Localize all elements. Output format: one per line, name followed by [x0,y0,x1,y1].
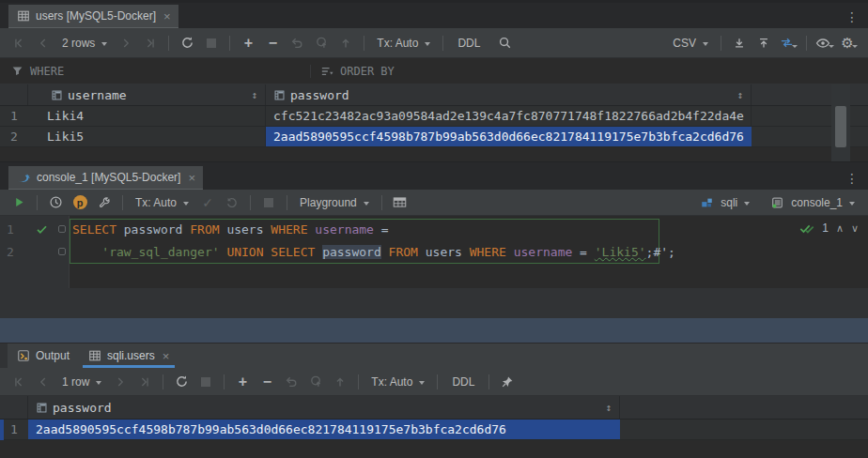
last-page-icon[interactable] [139,32,162,54]
where-filter[interactable]: WHERE [0,65,310,78]
add-row-icon[interactable]: + [231,371,254,393]
cell-username[interactable]: Liki4 [28,106,266,126]
cell-password-selected[interactable]: 2aad5890595ccf4598b787b99ab563d0d66ec821… [28,420,620,439]
previous-page-icon[interactable] [32,371,54,393]
pin-icon[interactable] [496,371,519,393]
view-options-icon[interactable] [814,32,836,54]
upload-dml-icon[interactable] [329,371,351,393]
tx-mode-dropdown[interactable]: Tx: Auto [365,375,430,389]
filter-funnel-icon [11,65,23,77]
code-line[interactable]: 'raw_sql_danger' UNION SELECT password F… [72,241,675,264]
stop-icon[interactable] [194,371,217,393]
close-icon[interactable]: × [188,171,195,185]
previous-page-icon[interactable] [32,32,54,54]
where-label: WHERE [30,65,64,78]
tx-mode-dropdown[interactable]: Tx: Auto [130,196,194,209]
line-number: 2 [7,241,20,264]
tab-users-table[interactable]: users [MySQL5-Docker] × [8,5,178,28]
chevron-down-icon [425,42,430,46]
splitter-band[interactable] [0,318,868,343]
sort-icon[interactable]: ↕ [251,89,257,101]
settings-gear-icon[interactable]: ⚙ [838,32,860,54]
cell-password[interactable]: cfc521c23482ac93a09584ad2e139c4a7fc87077… [266,106,752,126]
chevron-down-icon [364,202,369,206]
grid-filter-bar: WHERE ORDER BY [0,58,868,84]
cell-password-selected[interactable]: 2aad5890595ccf4598b787b99ab563d0d66ec821… [266,127,752,146]
playground-dropdown[interactable]: Playground [294,196,375,209]
more-options-icon[interactable]: ⋮ [845,171,868,190]
commit-icon[interactable] [304,371,327,393]
first-page-icon[interactable] [8,32,30,54]
line-number: 1 [7,219,20,241]
close-icon[interactable]: × [163,9,171,23]
page-size-dropdown[interactable]: 2 rows [56,37,113,50]
revert-icon[interactable] [286,32,308,54]
next-page-icon[interactable] [115,32,137,54]
refresh-icon[interactable] [170,371,193,393]
column-header-username[interactable]: username ↕ [28,84,266,105]
column-header-password[interactable]: password ↕ [266,84,752,105]
more-options-icon[interactable]: ⋮ [845,9,868,28]
stop-icon[interactable] [200,32,223,54]
result-tab-bar: Output sqli.users × [0,343,868,368]
upload-dml-icon[interactable] [334,32,357,54]
commit-icon[interactable] [310,32,333,54]
users-data-grid: username ↕ password ↕ 1 Liki4 cfc521c234… [0,84,868,161]
sort-icon[interactable]: ↕ [736,89,743,101]
refresh-icon[interactable] [176,32,198,54]
ddl-button[interactable]: DDL [450,37,488,50]
scrollbar-thumb[interactable] [835,106,846,147]
output-layout-icon[interactable] [389,191,411,214]
column-header-password[interactable]: password ↕ [28,396,620,419]
add-row-icon[interactable]: + [237,32,259,54]
compare-icon[interactable] [777,32,799,54]
last-page-icon[interactable] [133,371,156,393]
tab-console[interactable]: console_1 [MySQL5-Docker] × [8,166,203,190]
table-row[interactable]: 2 Liki5 2aad5890595ccf4598b787b99ab563d0… [0,127,868,147]
schema-icon [700,196,714,209]
history-clock-icon[interactable] [44,191,67,214]
delete-row-icon[interactable]: − [256,371,278,393]
cell-username[interactable]: Liki5 [28,127,266,146]
users-tab-bar: users [MySQL5-Docker] × ⋮ [0,0,868,28]
tab-result-grid[interactable]: sqli.users × [79,344,178,368]
revert-icon[interactable] [280,371,302,393]
parameters-icon[interactable]: p [69,191,91,214]
table-row[interactable]: 1 Liki4 cfc521c23482ac93a09584ad2e139c4a… [0,106,868,127]
import-data-icon[interactable] [752,32,775,54]
export-format-dropdown[interactable]: CSV [667,37,714,50]
table-row[interactable]: 1 2aad5890595ccf4598b787b99ab563d0d66ec8… [0,420,868,440]
next-result-icon[interactable]: ∨ [851,222,859,235]
console-panel-footer [0,288,868,318]
page-size-dropdown[interactable]: 1 row [56,375,107,389]
code-line[interactable]: SELECT password FROM users WHERE usernam… [72,219,389,241]
session-switcher[interactable]: console_1 [767,196,860,209]
commit-check-icon[interactable]: ✓ [196,191,219,214]
order-by-filter[interactable]: ORDER BY [310,65,868,78]
search-icon[interactable] [493,32,516,54]
fold-marker-icon[interactable] [58,248,66,255]
delete-row-icon[interactable]: − [261,32,284,54]
previous-result-icon[interactable]: ∧ [836,222,844,235]
close-icon[interactable]: × [163,349,170,363]
execute-play-icon[interactable] [8,191,30,214]
tab-console-label: console_1 [MySQL5-Docker] [37,171,180,184]
schema-switcher[interactable]: sqli [696,196,755,209]
tx-mode-dropdown[interactable]: Tx: Auto [371,37,436,50]
sql-editor[interactable]: 1 2 SELECT password FROM users WHERE use… [0,216,868,288]
vertical-scrollbar[interactable] [831,84,850,161]
ddl-button[interactable]: DDL [444,375,482,389]
export-data-icon[interactable] [728,32,751,54]
rollback-icon[interactable] [221,191,243,214]
order-by-label: ORDER BY [340,65,395,78]
stop-icon[interactable] [257,191,280,214]
tab-output-label: Output [36,349,70,362]
settings-wrench-icon[interactable] [93,191,116,214]
console-session-icon [770,196,784,209]
fold-marker-icon[interactable] [58,225,66,233]
first-page-icon[interactable] [8,371,30,393]
sort-icon[interactable]: ↕ [605,402,612,414]
tab-output[interactable]: Output [8,344,79,368]
next-page-icon[interactable] [109,371,132,393]
console-tab-bar: console_1 [MySQL5-Docker] × ⋮ [0,161,868,190]
